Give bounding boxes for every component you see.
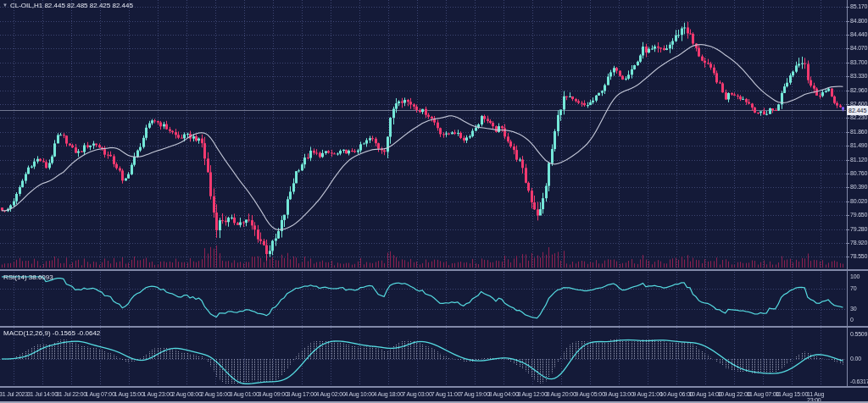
rsi-axis-label: 30 [850,306,856,312]
time-tick-label: 7 Aug 19:00 [459,391,489,397]
price-tick-label: 80.760 [850,170,867,177]
price-tick-label: 84.070 [850,45,867,52]
time-tick-label: 31 Jul 14:00 [27,391,58,397]
time-tick-label: 8 Aug 20:00 [546,391,576,397]
time-tick-label: 2 Aug 08:00 [171,391,201,397]
time-tick-label: 9 Aug 21:00 [632,391,662,397]
price-tick-label: 79.650 [850,212,867,218]
time-tick-label: 10 Aug 22:00 [718,391,751,397]
current-price-tag: 82.445 [847,106,868,115]
time-tick-label: 8 Aug 04:00 [488,391,518,397]
price-tick-label: 85.170 [850,3,867,10]
price-tick-label: 79.280 [850,226,867,233]
time-tick-label: 1 Aug 23:00 [142,391,172,397]
time-tick-label: 3 Aug 01:00 [229,391,259,397]
macd-axis-label: 0.00 [850,356,861,362]
time-tick-label: 4 Aug 18:00 [373,391,403,397]
chart-canvas[interactable] [0,0,868,403]
price-tick-label: 80.390 [850,184,867,190]
price-tick-label: 82.960 [850,87,867,94]
panel-resize-handle-rsi[interactable] [0,326,868,328]
time-tick-label: 3 Aug 17:00 [287,391,316,397]
rsi-axis-label: 0 [850,317,854,323]
price-tick-label: 82.230 [850,114,867,121]
time-tick-label: 1 Aug 15:00 [114,391,143,397]
macd-axis-label: -0.6317 [850,378,868,385]
price-tick-label: 83.700 [850,59,867,66]
panel-resize-handle-main[interactable] [0,269,868,271]
time-tick-label: 8 Aug 12:00 [517,391,547,397]
price-tick-label: 81.860 [850,129,867,135]
price-tick-label: 84.440 [850,31,867,38]
time-tick-label: 11 Aug 15:00 [776,391,808,397]
time-tick-label: 2 Aug 16:00 [200,391,230,397]
time-tick-label: 4 Aug 02:00 [315,391,345,397]
trading-chart-window: ▼CL-OIL,H1 82.445 82.485 82.425 82.445 R… [0,0,868,403]
price-tick-label: 80.020 [850,198,867,205]
time-tick-label: 1 Aug 07:00 [85,391,114,397]
price-tick-label: 78.920 [850,240,867,246]
price-tick-label: 81.120 [850,157,867,163]
time-tick-label: 4 Aug 10:00 [344,391,374,397]
time-tick-label: 11 Aug 23:00 [807,391,834,401]
panel-resize-handle-macd[interactable] [0,386,868,388]
rsi-axis-label: 100 [850,273,860,280]
time-axis: 31 Jul 202331 Jul 14:0031 Jul 22:001 Aug… [0,391,848,401]
time-tick-label: 7 Aug 11:00 [431,391,461,397]
macd-axis-label: 0.5509 [850,331,867,338]
time-tick-label: 11 Aug 07:00 [747,391,779,397]
time-tick-label: 31 Jul 2023 [0,391,28,397]
time-tick-label: 9 Aug 05:00 [575,391,604,397]
time-tick-label: 3 Aug 09:00 [258,391,287,397]
rsi-axis-label: 70 [850,285,856,292]
time-tick-label: 7 Aug 03:00 [402,391,431,397]
price-tick-label: 78.550 [850,253,867,260]
time-tick-label: 31 Jul 22:00 [56,391,86,397]
price-tick-label: 81.490 [850,142,867,149]
time-tick-label: 9 Aug 13:00 [604,391,633,397]
price-axis-border [847,0,848,388]
price-tick-label: 84.800 [850,18,867,25]
price-tick-label: 83.330 [850,73,867,80]
